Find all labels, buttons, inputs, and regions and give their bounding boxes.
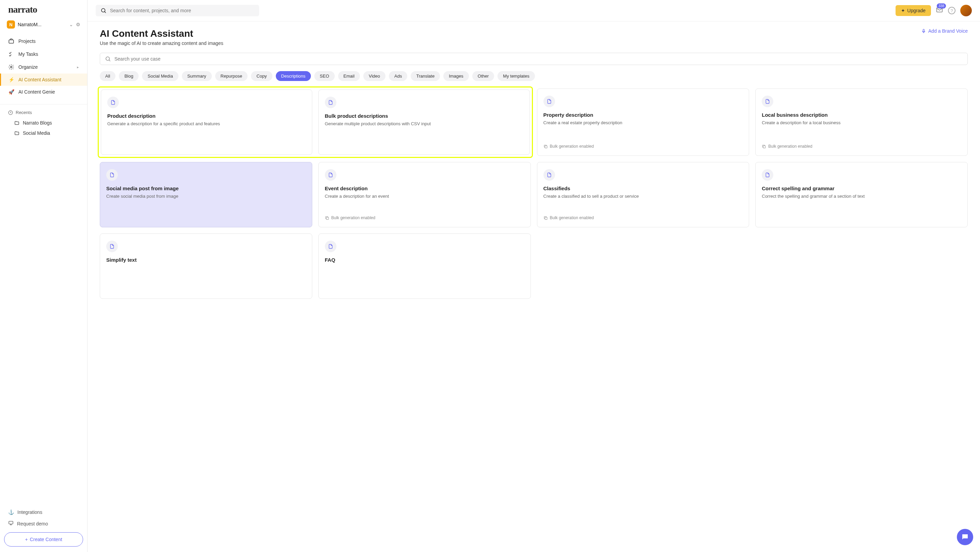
bulk-enabled-label: Bulk generation enabled xyxy=(544,144,743,149)
svg-rect-8 xyxy=(545,146,547,148)
bulk-enabled-label: Bulk generation enabled xyxy=(762,144,961,149)
checklist-icon xyxy=(8,51,14,57)
filter-pill-other[interactable]: Other xyxy=(472,71,495,81)
card-title: FAQ xyxy=(325,257,524,263)
svg-point-4 xyxy=(102,8,105,12)
document-icon xyxy=(325,169,336,181)
help-button[interactable]: ? xyxy=(948,7,956,14)
filter-pill-images[interactable]: Images xyxy=(443,71,469,81)
page-title: AI Content Assistant xyxy=(100,28,968,39)
clock-icon xyxy=(8,110,13,115)
nav-projects[interactable]: Projects xyxy=(0,35,87,48)
user-avatar[interactable] xyxy=(960,5,972,16)
template-card[interactable]: Local business descriptionCreate a descr… xyxy=(755,89,968,156)
recent-item[interactable]: Social Media xyxy=(0,128,87,138)
create-content-button[interactable]: + Create Content xyxy=(4,532,83,547)
global-search-input[interactable] xyxy=(110,8,255,13)
document-icon xyxy=(544,96,555,107)
svg-point-1 xyxy=(11,67,12,68)
topbar: ✦ Upgrade 338 ? xyxy=(88,0,980,21)
filter-pill-email[interactable]: Email xyxy=(338,71,360,81)
card-title: Product description xyxy=(107,113,306,119)
recents-header: Recents xyxy=(0,107,87,118)
bulk-enabled-label: Bulk generation enabled xyxy=(325,216,524,220)
svg-rect-6 xyxy=(923,29,924,32)
nav-organize[interactable]: Organize ▸ xyxy=(0,60,87,73)
filter-pill-video[interactable]: Video xyxy=(363,71,385,81)
template-card[interactable]: Bulk product descriptionsGenerate multip… xyxy=(318,89,530,155)
filter-pill-summary[interactable]: Summary xyxy=(182,71,212,81)
filter-pill-seo[interactable]: SEO xyxy=(314,71,334,81)
template-card[interactable]: Property descriptionCreate a real estate… xyxy=(537,89,749,156)
chat-support-button[interactable] xyxy=(957,529,973,545)
card-description: Create a classified ad to sell a product… xyxy=(544,193,743,200)
card-title: Event description xyxy=(325,186,524,191)
nav-label: Organize xyxy=(18,64,38,70)
card-title: Local business description xyxy=(762,112,961,118)
document-icon xyxy=(544,169,555,181)
filter-pill-my-templates[interactable]: My templates xyxy=(498,71,535,81)
filter-pill-descriptions[interactable]: Descriptions xyxy=(276,71,311,81)
folder-icon xyxy=(14,131,19,136)
card-description: Create a description for an event xyxy=(325,193,524,200)
notification-button[interactable]: 338 xyxy=(936,6,943,15)
recent-item[interactable]: Narrato Blogs xyxy=(0,118,87,128)
card-description: Generate a description for a specific pr… xyxy=(107,121,306,127)
svg-rect-10 xyxy=(326,217,329,219)
card-title: Classifieds xyxy=(544,186,743,191)
document-icon xyxy=(107,97,119,108)
filter-pill-translate[interactable]: Translate xyxy=(410,71,440,81)
nav-ai-assistant[interactable]: ⚡ AI Content Assistant xyxy=(0,73,87,86)
card-description: Generate multiple product descriptions w… xyxy=(325,121,523,127)
search-icon xyxy=(105,56,111,62)
template-card[interactable]: Simplify text xyxy=(100,233,312,299)
filter-pill-copy[interactable]: Copy xyxy=(251,71,272,81)
add-brand-voice-link[interactable]: Add a Brand Voice xyxy=(921,28,968,34)
card-title: Correct spelling and grammar xyxy=(762,186,961,191)
mic-icon xyxy=(921,29,926,34)
lightning-icon: ⚡ xyxy=(8,77,14,82)
nav-label: My Tasks xyxy=(18,51,38,57)
workspace-name: NarratoM... xyxy=(18,22,67,27)
chat-icon xyxy=(961,533,969,541)
template-card[interactable]: FAQ xyxy=(318,233,531,299)
gear-icon[interactable]: ⚙ xyxy=(76,22,80,27)
upgrade-button[interactable]: ✦ Upgrade xyxy=(896,5,931,16)
filter-pill-blog[interactable]: Blog xyxy=(119,71,138,81)
filter-pill-repurpose[interactable]: Repurpose xyxy=(215,71,248,81)
global-search[interactable] xyxy=(96,5,259,16)
nav-label: AI Content Genie xyxy=(18,89,55,95)
page-subtitle: Use the magic of AI to create amazing co… xyxy=(100,41,968,46)
template-card[interactable]: Event descriptionCreate a description fo… xyxy=(318,162,531,227)
template-card[interactable]: Product descriptionGenerate a descriptio… xyxy=(101,89,312,155)
card-title: Property description xyxy=(544,112,743,118)
template-card[interactable]: Correct spelling and grammarCorrect the … xyxy=(755,162,968,227)
nav-ai-genie[interactable]: 🚀 AI Content Genie xyxy=(0,86,87,98)
filter-pill-social-media[interactable]: Social Media xyxy=(142,71,178,81)
svg-rect-11 xyxy=(545,217,547,219)
document-icon xyxy=(106,241,118,252)
filter-pill-ads[interactable]: Ads xyxy=(389,71,407,81)
card-description: Create a description for a local busines… xyxy=(762,120,961,126)
integrations-link[interactable]: ⚓ Integrations xyxy=(4,507,83,518)
card-title: Social media post from image xyxy=(106,186,306,191)
template-card[interactable]: ClassifiedsCreate a classified ad to sel… xyxy=(537,162,749,227)
document-icon xyxy=(325,97,336,108)
usecase-search-input[interactable] xyxy=(115,56,963,62)
document-icon xyxy=(762,96,773,107)
template-card-grid: Product descriptionGenerate a descriptio… xyxy=(100,89,968,299)
usecase-search[interactable] xyxy=(100,53,968,65)
filter-pill-all[interactable]: All xyxy=(100,71,115,81)
card-description: Correct the spelling and grammar of a se… xyxy=(762,193,961,200)
anchor-icon: ⚓ xyxy=(8,509,14,515)
request-demo-link[interactable]: Request demo xyxy=(4,518,83,530)
filter-pills: AllBlogSocial MediaSummaryRepurposeCopyD… xyxy=(100,71,968,81)
briefcase-icon xyxy=(8,38,14,44)
workspace-selector[interactable]: N NarratoM... ⌄ ⚙ xyxy=(0,18,87,31)
svg-rect-0 xyxy=(9,40,14,43)
workspace-initial-badge: N xyxy=(7,21,15,29)
plus-icon: + xyxy=(25,537,28,542)
chevron-down-icon[interactable]: ⌄ xyxy=(69,22,73,27)
nav-tasks[interactable]: My Tasks xyxy=(0,48,87,60)
template-card[interactable]: Social media post from imageCreate socia… xyxy=(100,162,312,227)
